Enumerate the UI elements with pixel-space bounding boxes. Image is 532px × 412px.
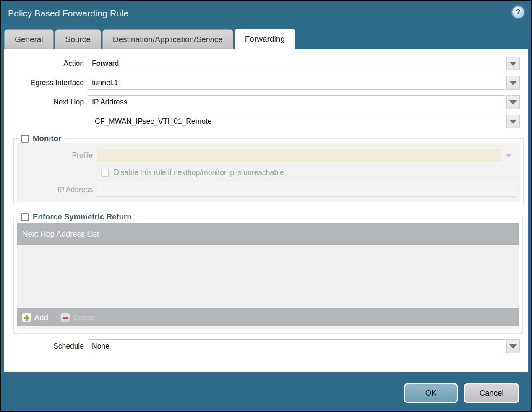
profile-row: Profile: [17, 149, 516, 162]
egress-interface-label: Egress Interface: [4, 78, 88, 87]
chevron-down-icon: [509, 120, 517, 124]
disable-rule-checkbox: [101, 169, 109, 177]
egress-interface-row: Egress Interface tunnel.1: [4, 76, 528, 90]
tab-bar: General Source Destination/Application/S…: [1, 27, 531, 49]
next-hop-type-select[interactable]: IP Address: [88, 95, 505, 109]
symmetric-return-checkbox[interactable]: [21, 213, 29, 221]
delete-button-label: Delete: [73, 313, 95, 322]
monitor-ip-label: IP Address: [17, 185, 97, 194]
next-hop-dropdown-button[interactable]: [506, 95, 520, 109]
next-hop-address-table: Next Hop Address List Add Delete: [17, 223, 519, 330]
disable-rule-label: Disable this rule if nexthop/monitor ip …: [114, 168, 284, 177]
chevron-down-icon: [509, 62, 517, 66]
schedule-row: Schedule None: [4, 339, 528, 353]
table-bottom-strip: [17, 326, 519, 330]
action-select[interactable]: Forward: [88, 57, 505, 70]
table-body[interactable]: [17, 245, 519, 308]
profile-label: Profile: [17, 151, 97, 160]
table-header: Next Hop Address List: [17, 223, 519, 245]
profile-dropdown-button: [502, 149, 515, 162]
tab-source[interactable]: Source: [55, 29, 101, 49]
monitor-ip-input: [97, 183, 516, 197]
next-hop-row: Next Hop IP Address: [4, 95, 528, 109]
action-dropdown-button[interactable]: [506, 57, 520, 70]
tab-destination-application-service[interactable]: Destination/Application/Service: [102, 29, 233, 49]
monitor-inner: Profile Disable this rule if nexthop/mon…: [17, 143, 520, 202]
egress-interface-dropdown-button[interactable]: [506, 76, 520, 90]
next-hop-address-row: CF_MWAN_IPsec_VTI_01_Remote: [4, 115, 528, 128]
plus-icon: [22, 313, 31, 322]
chevron-down-icon: [509, 344, 517, 349]
next-hop-address-select[interactable]: CF_MWAN_IPsec_VTI_01_Remote: [91, 115, 505, 128]
chevron-down-icon: [509, 81, 517, 85]
monitor-ip-row: IP Address: [17, 183, 516, 197]
tab-general[interactable]: General: [4, 29, 54, 49]
action-row: Action Forward: [4, 57, 528, 70]
schedule-label: Schedule: [4, 342, 88, 351]
dialog-footer: OK Cancel: [1, 372, 531, 403]
next-hop-label: Next Hop: [4, 98, 88, 107]
schedule-dropdown-button[interactable]: [506, 339, 520, 353]
minus-icon: [60, 313, 70, 322]
monitor-legend-label: Monitor: [33, 134, 62, 143]
table-toolbar: Add Delete: [17, 308, 519, 326]
pbf-rule-dialog: Policy Based Forwarding Rule ? General S…: [0, 0, 532, 412]
monitor-section: Monitor Profile Disable this rule if nex…: [13, 134, 524, 206]
delete-button: Delete: [60, 313, 95, 322]
forwarding-tab-panel: Action Forward Egress Interface tunnel.1…: [4, 49, 528, 372]
symmetric-return-legend-label: Enforce Symmetric Return: [33, 212, 132, 222]
add-button[interactable]: Add: [22, 313, 48, 322]
egress-interface-select[interactable]: tunnel.1: [88, 76, 505, 90]
add-button-label: Add: [34, 313, 48, 322]
monitor-legend: Monitor: [20, 134, 65, 143]
chevron-down-icon: [505, 154, 512, 158]
symmetric-return-section: Enforce Symmetric Return Next Hop Addres…: [13, 212, 523, 334]
next-hop-address-dropdown-button[interactable]: [506, 115, 520, 128]
dialog-title: Policy Based Forwarding Rule: [8, 8, 531, 18]
disable-rule-row: Disable this rule if nexthop/monitor ip …: [17, 168, 516, 177]
chevron-down-icon: [509, 100, 517, 104]
ok-button[interactable]: OK: [404, 383, 458, 403]
cancel-button[interactable]: Cancel: [464, 383, 519, 403]
help-icon[interactable]: ?: [512, 6, 524, 18]
schedule-select[interactable]: None: [88, 339, 505, 353]
profile-select: [97, 149, 501, 162]
monitor-checkbox[interactable]: [21, 135, 29, 143]
symmetric-return-legend: Enforce Symmetric Return: [20, 212, 135, 222]
action-label: Action: [4, 59, 88, 68]
tab-forwarding[interactable]: Forwarding: [235, 29, 295, 49]
titlebar: Policy Based Forwarding Rule ?: [1, 1, 531, 27]
